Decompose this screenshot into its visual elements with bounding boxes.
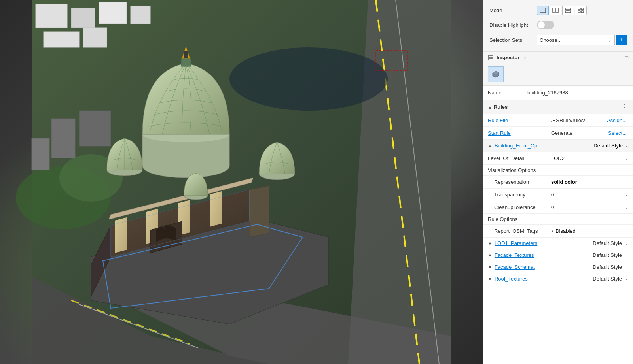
- representation-dropdown[interactable]: solid color ⌄: [551, 179, 628, 185]
- building-section-row[interactable]: ▲ Building_From_Op Default Style ⌄: [483, 140, 633, 152]
- inspector-title-area: Inspector ×: [488, 54, 527, 60]
- rule-file-row: Rule File /ESRI.lib/rules/ Assign...: [483, 114, 633, 127]
- start-rule-value: Generate: [551, 130, 606, 136]
- svg-rect-17: [51, 119, 75, 158]
- lod1-dropdown-arrow-icon: ⌄: [625, 241, 628, 245]
- report-osm-dropdown-arrow-icon: ⌄: [625, 229, 628, 233]
- rule-file-label[interactable]: Rule File: [488, 117, 551, 123]
- transparency-dropdown[interactable]: 0 ⌄: [551, 192, 628, 198]
- facade-tex-chevron-icon: ▼: [488, 253, 492, 258]
- building-icon: [491, 70, 500, 79]
- dropdown-arrow-icon: ⌄: [608, 37, 612, 43]
- building-section-label[interactable]: Building_From_Op: [495, 143, 537, 149]
- lod-dropdown-arrow-icon: ⌄: [625, 156, 628, 160]
- start-rule-row: Start Rule Generate Select...: [483, 127, 633, 140]
- inspector-panel: Inspector × — □ Name building_2167988: [483, 51, 633, 364]
- roof-textures-section[interactable]: ▼ Roof_Textures Default Style ⌄: [483, 273, 633, 285]
- add-selection-set-button[interactable]: +: [616, 35, 627, 45]
- report-osm-value: × Disabled: [551, 228, 576, 234]
- mode-btn-3[interactable]: [562, 6, 574, 15]
- select-button[interactable]: Select...: [606, 130, 628, 136]
- name-row: Name building_2167988: [483, 86, 633, 100]
- svg-rect-16: [83, 28, 107, 47]
- svg-rect-18: [79, 111, 111, 146]
- lod-dropdown[interactable]: LOD2 ⌄: [551, 155, 628, 161]
- svg-rect-53: [581, 11, 584, 13]
- assign-button[interactable]: Assign...: [605, 117, 628, 123]
- right-panel: Mode Disable Highlight: [483, 0, 633, 364]
- svg-rect-12: [71, 8, 95, 28]
- toggle-knob: [538, 21, 545, 28]
- roof-textures-value: Default Style: [593, 276, 622, 282]
- mode-btn-1[interactable]: [537, 6, 549, 15]
- building-chevron-icon: ▲: [488, 143, 492, 148]
- representation-value: solid color: [551, 179, 577, 185]
- inspector-header: Inspector × — □: [483, 52, 633, 63]
- svg-text:↖: ↖: [161, 224, 167, 231]
- lod1-chevron-icon: ▼: [488, 241, 492, 246]
- name-field-label: Name: [488, 90, 527, 96]
- cleanup-value: 0: [551, 204, 554, 210]
- svg-rect-51: [581, 8, 584, 10]
- inspector-title: Inspector: [497, 55, 520, 60]
- facade-schemat-value: Default Style: [593, 264, 622, 270]
- svg-rect-15: [44, 32, 79, 47]
- facade-textures-value: Default Style: [593, 252, 622, 258]
- mode-label: Mode: [489, 8, 537, 13]
- viewport[interactable]: ↖: [0, 0, 483, 364]
- lod1-value: Default Style: [593, 240, 622, 246]
- selection-sets-label: Selection Sets: [489, 37, 537, 43]
- transparency-row: Transparency 0 ⌄: [483, 189, 633, 201]
- facade-tex-dropdown-arrow-icon: ⌄: [625, 253, 628, 257]
- rule-options-label: Rule Options: [483, 214, 633, 225]
- disable-highlight-toggle[interactable]: [537, 21, 554, 29]
- start-rule-label[interactable]: Start Rule: [488, 130, 551, 136]
- inspector-maximize-button[interactable]: □: [625, 55, 628, 60]
- svg-rect-52: [578, 11, 580, 13]
- inspector-minimize-button[interactable]: —: [618, 55, 623, 60]
- lod-label: Level_Of_Detail: [488, 155, 551, 161]
- roof-tex-chevron-icon: ▼: [488, 277, 492, 281]
- mode-btn-2[interactable]: [550, 6, 561, 15]
- roof-tex-dropdown-arrow-icon: ⌄: [625, 277, 628, 281]
- building-dropdown-arrow-icon: ⌄: [625, 143, 628, 148]
- svg-rect-45: [540, 8, 546, 13]
- facade-schemat-section[interactable]: ▼ Facade_Schemat Default Style ⌄: [483, 261, 633, 273]
- rules-chevron-icon: ▲: [488, 105, 492, 109]
- mode-btn-4[interactable]: [575, 6, 587, 15]
- building-value-dropdown[interactable]: Default Style ⌄: [593, 143, 628, 149]
- selection-sets-row: Selection Sets Choose... ⌄ +: [489, 35, 627, 45]
- svg-rect-49: [565, 11, 571, 13]
- cleanup-label: CleanupTolerance: [488, 204, 551, 210]
- mode-buttons: [537, 6, 587, 15]
- svg-rect-50: [578, 8, 580, 10]
- svg-rect-13: [99, 2, 127, 24]
- report-osm-label: Report_OSM_Tags: [488, 228, 551, 234]
- svg-rect-30: [181, 58, 191, 66]
- lod1-section[interactable]: ▼ LOD1_Parameters Default Style ⌄: [483, 238, 633, 249]
- name-field-value: building_2167988: [527, 90, 568, 96]
- selection-sets-value: Choose...: [540, 37, 562, 43]
- facade-textures-section[interactable]: ▼ Facade_Textures Default Style ⌄: [483, 249, 633, 261]
- svg-marker-37: [249, 186, 269, 237]
- inspector-controls: — □: [618, 55, 628, 60]
- inspector-close-button[interactable]: ×: [524, 55, 527, 60]
- svg-rect-14: [131, 6, 150, 24]
- report-osm-dropdown[interactable]: × Disabled ⌄: [551, 228, 628, 234]
- selection-sets-dropdown[interactable]: Choose... ⌄: [537, 35, 615, 45]
- cleanup-dropdown[interactable]: 0 ⌄: [551, 204, 628, 210]
- facade-sch-chevron-icon: ▼: [488, 265, 492, 270]
- inspector-icon: [488, 54, 494, 60]
- rules-section-menu-icon[interactable]: ⋮: [622, 103, 628, 111]
- svg-rect-32: [184, 51, 188, 58]
- rules-section-header[interactable]: ▲ Rules ⋮: [483, 100, 633, 114]
- svg-point-10: [229, 47, 388, 111]
- roof-textures-label: Roof_Textures: [495, 276, 593, 282]
- representation-row: Representation solid color ⌄: [483, 176, 633, 189]
- viz-options-label: Visualization Options: [483, 165, 633, 176]
- svg-rect-48: [565, 8, 571, 10]
- representation-dropdown-arrow-icon: ⌄: [625, 180, 628, 184]
- inspector-icon-area: [483, 63, 633, 86]
- cleanup-row: CleanupTolerance 0 ⌄: [483, 201, 633, 214]
- representation-label: Representation: [488, 179, 551, 185]
